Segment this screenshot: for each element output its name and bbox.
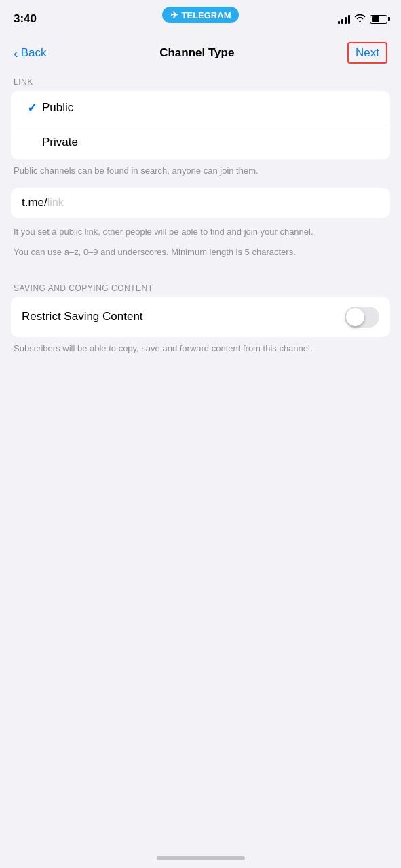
link-type-list: ✓ Public Private [11,91,390,159]
saving-section-label: SAVING AND COPYING CONTENT [0,278,401,297]
restrict-saving-row: Restrict Saving Content [11,297,390,337]
telegram-label: TELEGRAM [182,10,231,20]
home-indicator [157,856,245,860]
public-option[interactable]: ✓ Public [11,91,390,125]
restrict-saving-toggle[interactable] [345,307,379,328]
link-hint-1: If you set a public link, other people w… [0,220,401,246]
telegram-badge: ✈ TELEGRAM [162,7,240,23]
nav-bar: ‹ Back Channel Type Next [0,34,401,72]
status-bar: 3:40 ✈ TELEGRAM [0,0,401,34]
telegram-icon: ✈ [170,9,178,20]
private-option[interactable]: Private [11,125,390,159]
back-button[interactable]: ‹ Back [14,45,46,61]
page-title: Channel Type [159,46,234,60]
status-time: 3:40 [14,12,37,26]
back-chevron-icon: ‹ [14,45,18,61]
next-button[interactable]: Next [347,42,387,64]
spacer [0,267,401,278]
main-content: LINK ✓ Public Private Public channels ca… [0,72,401,363]
back-label: Back [21,46,47,60]
wifi-icon [354,14,366,24]
public-label: Public [42,101,73,115]
status-icons [338,14,387,24]
restrict-saving-label: Restrict Saving Content [22,310,143,323]
link-hint-2: You can use a–z, 0–9 and underscores. Mi… [0,246,401,267]
link-prefix: t.me/ [22,196,47,209]
link-section-label: LINK [0,72,401,91]
link-placeholder: link [47,197,64,208]
private-label: Private [42,136,78,149]
toggle-thumb [346,308,364,326]
link-input-container: t.me/link [11,188,390,218]
public-description: Public channels can be found in search, … [0,159,401,185]
public-check: ✓ [22,100,42,115]
battery-icon [370,15,387,24]
saving-description: Subscribers will be able to copy, save a… [0,337,401,363]
signal-bars-icon [338,14,350,24]
checkmark-icon: ✓ [27,100,37,115]
